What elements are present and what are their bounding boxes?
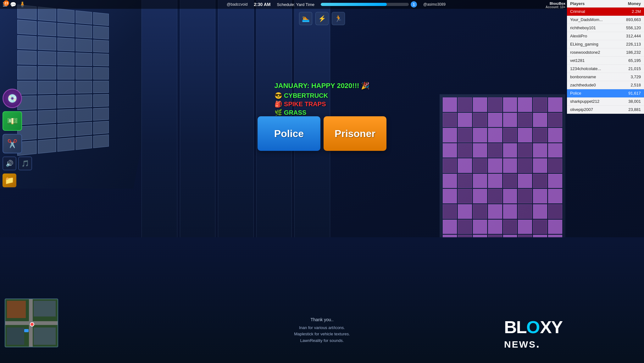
win-cell [518, 128, 532, 142]
svg-rect-6 [34, 327, 56, 345]
header-money: Money [628, 1, 641, 6]
win-cell [503, 113, 517, 127]
win-cell [458, 97, 472, 112]
window-cell [76, 81, 92, 94]
scoreboard-row: 1234cholcolate... 21,015 [567, 65, 644, 73]
character-icon[interactable]: 🧍 [19, 1, 26, 8]
grass-text: GRASS [284, 109, 306, 116]
window-cell [38, 51, 56, 65]
chat-icon[interactable]: 💬 [10, 2, 16, 8]
win-cell [443, 113, 457, 127]
window-cell [76, 39, 92, 52]
win-cell [458, 204, 472, 219]
money-bag-icon[interactable]: 💵 [3, 111, 22, 131]
bloxzbox-account: Account: 13+ [546, 5, 565, 9]
bloxy-suffix: XY [540, 317, 562, 337]
svg-point-7 [30, 322, 34, 326]
scoreboard-row: AlexiiiPro 312,444 [567, 32, 644, 40]
bloxy-news-text: BLOXY NEWS. [504, 317, 562, 350]
credits-line2: Maplestick for vehicle textures. [294, 331, 350, 338]
window-cell [38, 21, 56, 36]
win-cell [548, 128, 562, 142]
window-cell [93, 81, 109, 93]
window-cell [57, 123, 75, 137]
win-cell [443, 204, 457, 219]
tools-crosshair-icon[interactable]: ✂️ [3, 134, 22, 153]
grass-announcement: 🌿 GRASS [275, 109, 370, 116]
player-name: ELking_gaming [570, 42, 624, 47]
prisoner-button[interactable]: Prisoner [324, 116, 386, 151]
scoreboard-row: sharkpuppet212 38,001 [567, 97, 644, 106]
criminal-label: Criminal [570, 9, 624, 14]
win-cell [518, 158, 532, 173]
bloxy-news-watermark: BLOXY NEWS. [504, 317, 562, 350]
notification-badge: 23 [3, 0, 9, 6]
win-cell [533, 113, 547, 127]
scoreboard-row: olivepip2007 23,881 [567, 106, 644, 114]
player-money: 186,232 [624, 50, 641, 55]
scoreboard-header: Players Money [567, 0, 644, 8]
win-cell [443, 189, 457, 203]
window-cell [76, 10, 92, 25]
run-action-icon[interactable]: 🏃 [332, 12, 345, 25]
win-cell [458, 220, 472, 234]
radio-disc-icon[interactable]: 💿 [3, 89, 22, 108]
win-cell [473, 158, 487, 173]
window-cell [76, 25, 92, 38]
window-cell [17, 66, 36, 80]
player-name: zachthedude0 [570, 83, 624, 87]
window-cell [38, 110, 56, 124]
folder-icon[interactable]: 📁 [3, 173, 16, 187]
schedule-badge: 1 [411, 1, 417, 8]
scoreboard-row: rosewoodstone2 186,232 [567, 48, 644, 57]
win-cell [503, 143, 517, 158]
swim-action-icon[interactable]: 🏊 [299, 12, 312, 25]
scoreboard-row: bonbonsname 3,729 [567, 73, 644, 81]
win-cell [458, 174, 472, 188]
svg-rect-4 [34, 301, 56, 316]
win-cell [548, 143, 562, 158]
window-cell [57, 95, 75, 108]
scoreboard-row: richtheboy101 556,120 [567, 24, 644, 32]
police-button[interactable]: Police [258, 116, 320, 151]
spike-traps-announcement: 🎒 SPIKE TRAPS [275, 100, 370, 108]
win-cell [443, 174, 457, 188]
win-cell [503, 189, 517, 203]
window-cell [93, 40, 109, 53]
win-cell [533, 189, 547, 203]
player-money: 38,001 [624, 99, 641, 104]
win-cell [518, 220, 532, 234]
announcement-panel: JANUARY: HAPPY 2020!!! 🎉 😎 CYBERTRUCK 🎒 … [275, 82, 370, 117]
win-cell [488, 158, 502, 173]
win-cell [488, 143, 502, 158]
window-cell [38, 7, 56, 22]
scoreboard-criminal-header: Criminal 2.2M [567, 8, 644, 16]
svg-rect-8 [24, 329, 29, 332]
volume-icon[interactable]: 🔊 [3, 157, 16, 170]
flash-action-icon[interactable]: ⚡ [315, 12, 329, 25]
bloxy-o-letter: O [526, 317, 540, 337]
win-cell [533, 220, 547, 234]
window-cell [76, 67, 92, 80]
spike-emoji: 🎒 [275, 101, 284, 107]
player-money: 312,444 [624, 34, 641, 38]
win-cell [548, 220, 562, 234]
win-cell [518, 113, 532, 127]
win-cell [488, 128, 502, 142]
win-cell [488, 174, 502, 188]
win-cell [443, 158, 457, 173]
window-cell [76, 122, 92, 136]
credits-thanks: Thank you.. [294, 316, 350, 323]
player-name: richtheboy101 [570, 25, 624, 30]
window-cell [76, 108, 92, 122]
announcement-title: JANUARY: HAPPY 2020!!! 🎉 [275, 82, 370, 90]
window-cell [93, 12, 109, 26]
scoreboard-row: vet1281 65,195 [567, 57, 644, 65]
win-cell [518, 204, 532, 219]
window-cell [57, 66, 75, 80]
music-note-icon[interactable]: 🎵 [18, 157, 32, 170]
window-cell [93, 26, 109, 39]
player-name: sharkpuppet212 [570, 99, 624, 104]
window-cell [57, 109, 75, 123]
window-cell [76, 52, 92, 66]
